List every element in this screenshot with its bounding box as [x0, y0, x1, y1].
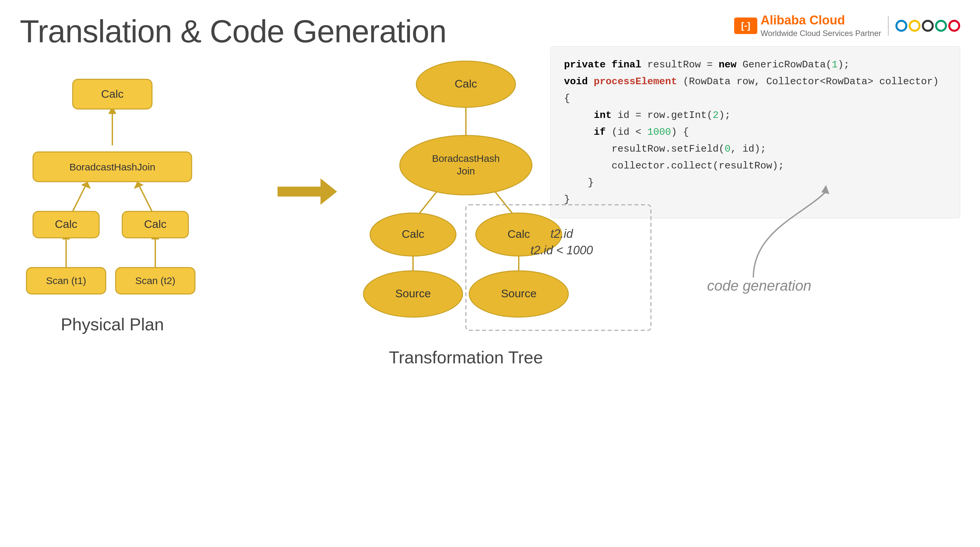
svg-text:Calc: Calc: [101, 87, 124, 100]
svg-text:Source: Source: [501, 287, 536, 300]
svg-line-4: [139, 185, 152, 211]
olympic-rings: [896, 20, 960, 32]
svg-text:Calc: Calc: [55, 218, 77, 230]
svg-text:BoradcastHash: BoradcastHash: [432, 153, 500, 164]
physical-plan-svg: Calc BoradcastHashJoin Calc Calc Scan (t…: [13, 53, 264, 383]
alibaba-brand: Alibaba Cloud: [760, 13, 881, 27]
svg-point-34: [400, 135, 532, 195]
logo-area: [-] Alibaba Cloud Worldwide Cloud Servic…: [734, 13, 960, 38]
svg-text:Join: Join: [457, 165, 475, 177]
code-gen-arrow: code generation: [687, 165, 853, 297]
logo-subtitle: Worldwide Cloud Services Partner: [760, 29, 881, 38]
svg-line-2: [73, 185, 86, 211]
svg-marker-3: [81, 182, 91, 189]
logo-divider: [888, 16, 889, 36]
svg-marker-23: [278, 178, 337, 205]
transform-arrow: [274, 175, 340, 208]
svg-text:Physical Plan: Physical Plan: [61, 315, 164, 334]
svg-text:Calc: Calc: [508, 227, 530, 240]
svg-text:Scan (t2): Scan (t2): [135, 275, 175, 286]
svg-marker-49: [821, 185, 829, 194]
svg-text:Transformation Tree: Transformation Tree: [389, 348, 543, 367]
svg-text:t2.id < 1000: t2.id < 1000: [530, 243, 593, 257]
svg-text:t2.id: t2.id: [550, 227, 573, 240]
transformation-tree-svg: Calc BoradcastHash Join Calc Calc Source…: [357, 53, 654, 416]
svg-text:code generation: code generation: [707, 277, 811, 294]
ring-blue: [896, 20, 907, 32]
svg-text:Source: Source: [395, 287, 431, 300]
svg-text:Calc: Calc: [455, 77, 477, 90]
svg-text:BoradcastHashJoin: BoradcastHashJoin: [69, 162, 155, 172]
ring-yellow: [908, 20, 921, 32]
svg-text:Calc: Calc: [144, 218, 167, 230]
ring-black: [922, 20, 934, 32]
svg-text:Calc: Calc: [402, 227, 424, 240]
svg-text:Scan (t1): Scan (t1): [46, 275, 86, 286]
ring-red: [948, 20, 960, 32]
ring-green: [935, 20, 947, 32]
page-title: Translation & Code Generation: [20, 13, 446, 49]
olympic-rings-area: [896, 20, 960, 32]
svg-marker-5: [134, 182, 144, 189]
alibaba-icon: [-]: [734, 17, 757, 34]
alibaba-logo: [-] Alibaba Cloud Worldwide Cloud Servic…: [734, 13, 881, 38]
